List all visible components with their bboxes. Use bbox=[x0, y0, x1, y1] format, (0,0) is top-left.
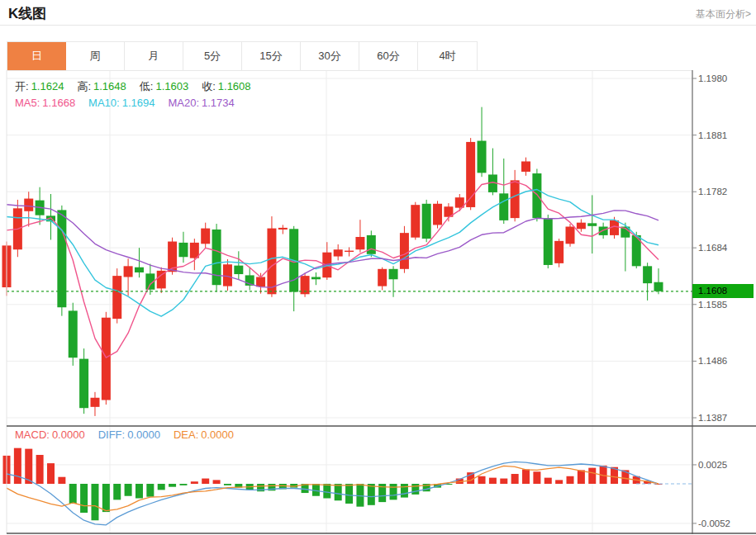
candle-down bbox=[654, 282, 663, 291]
candle-down bbox=[643, 266, 652, 283]
macd-bar-down bbox=[345, 484, 353, 504]
macd-bar-down bbox=[158, 484, 165, 490]
tab-interval-4[interactable]: 15分 bbox=[242, 42, 301, 70]
candle-down bbox=[212, 230, 221, 285]
macd-bar-down bbox=[102, 484, 110, 512]
candle-up bbox=[400, 233, 409, 269]
legend-item: MA20:1.1734 bbox=[168, 97, 234, 109]
candle-down bbox=[234, 266, 243, 274]
macd-bar-up bbox=[213, 480, 221, 484]
current-price-tag: 1.1608 bbox=[692, 284, 754, 298]
candle-down bbox=[587, 223, 597, 225]
macd-bar-down bbox=[69, 484, 77, 504]
macd-bar-up bbox=[533, 471, 540, 484]
macd-bar-up bbox=[567, 476, 574, 484]
candle-up bbox=[511, 180, 520, 218]
candle-up bbox=[554, 241, 563, 263]
tab-interval-5[interactable]: 30分 bbox=[301, 42, 359, 70]
tab-interval-0[interactable]: 日 bbox=[7, 42, 66, 70]
candle-down bbox=[178, 243, 188, 257]
macd-bar-down bbox=[80, 484, 88, 513]
page-title: K线图 bbox=[8, 4, 46, 23]
macd-bar-down bbox=[146, 484, 154, 497]
candle-up bbox=[112, 276, 121, 319]
legend-item: 收:1.1608 bbox=[202, 80, 250, 92]
candle-down bbox=[311, 277, 321, 280]
candle-up bbox=[90, 398, 99, 407]
macd-bar-down bbox=[368, 484, 375, 505]
candle-up bbox=[24, 199, 33, 211]
macd-bar-up bbox=[14, 448, 21, 484]
legend-item: 开:1.1624 bbox=[15, 80, 64, 92]
candle-up bbox=[278, 228, 288, 230]
macd-bar-down bbox=[390, 484, 397, 499]
candle-down bbox=[599, 227, 608, 235]
macd-bar-down bbox=[91, 484, 98, 520]
macd-bar-up bbox=[555, 480, 563, 484]
macd-bar-down bbox=[323, 484, 330, 499]
kline-chart-canvas[interactable] bbox=[0, 70, 756, 535]
fundamental-analysis-link[interactable]: 基本面分析> bbox=[696, 7, 751, 21]
legend-item: DIFF:0.0000 bbox=[98, 428, 160, 441]
legend-item: DEA:0.0000 bbox=[174, 428, 234, 441]
candle-down bbox=[135, 268, 144, 272]
candle-down bbox=[389, 269, 398, 279]
candle-up bbox=[256, 277, 265, 287]
candle-up bbox=[223, 264, 232, 286]
macd-bar-up bbox=[489, 478, 497, 484]
candle-up bbox=[577, 223, 586, 230]
macd-bar-up bbox=[500, 479, 507, 484]
candle-down bbox=[422, 204, 431, 239]
macd-bar-up bbox=[588, 468, 596, 484]
macd-bar-up bbox=[191, 481, 198, 484]
macd-bar-up bbox=[202, 479, 209, 484]
macd-bar-up bbox=[478, 476, 486, 484]
macd-bar-down bbox=[136, 484, 143, 499]
candle-up bbox=[102, 318, 111, 400]
macd-bar-up bbox=[58, 477, 65, 484]
candle-up bbox=[566, 227, 575, 244]
legend-item: MA10:1.1694 bbox=[88, 97, 155, 109]
tab-interval-1[interactable]: 周 bbox=[66, 42, 125, 70]
candle-up bbox=[345, 251, 354, 252]
macd-bar-down bbox=[125, 484, 132, 496]
kline-chart-area[interactable] bbox=[0, 70, 756, 535]
ma-legend: MA5:1.1668MA10:1.1694MA20:1.1734 bbox=[15, 97, 248, 109]
macd-bar-up bbox=[36, 455, 44, 484]
candle-up bbox=[267, 229, 276, 295]
macd-bar-up bbox=[47, 463, 55, 484]
macd-bar-down bbox=[113, 484, 121, 499]
macd-bar-down bbox=[224, 484, 231, 485]
legend-item: MA5:1.1668 bbox=[15, 97, 75, 109]
tab-interval-2[interactable]: 月 bbox=[125, 42, 183, 70]
tab-interval-6[interactable]: 60分 bbox=[359, 42, 418, 70]
candle-up bbox=[190, 243, 199, 258]
legend-item: 低:1.1603 bbox=[140, 80, 188, 92]
candle-down bbox=[79, 359, 88, 409]
macd-bar-up bbox=[578, 470, 585, 484]
candle-down bbox=[69, 310, 78, 357]
macd-legend: MACD:0.0000DIFF:0.0000DEA:0.0000 bbox=[15, 428, 247, 441]
tab-interval-3[interactable]: 5分 bbox=[183, 42, 242, 70]
candle-down bbox=[478, 141, 487, 173]
candle-down bbox=[532, 173, 541, 218]
candle-up bbox=[334, 249, 343, 256]
candle-up bbox=[355, 237, 364, 249]
candle-up bbox=[411, 205, 420, 238]
header-divider bbox=[0, 25, 756, 26]
tab-interval-7[interactable]: 4时 bbox=[418, 42, 477, 70]
interval-tabstrip: 日周月5分15分30分60分4时 bbox=[7, 41, 478, 71]
candle-up bbox=[521, 161, 530, 171]
candle-up bbox=[378, 269, 387, 286]
macd-bar-up bbox=[511, 474, 519, 484]
candle-down bbox=[499, 193, 508, 220]
ohlc-legend: 开:1.1624高:1.1648低:1.1603收:1.1608 bbox=[15, 79, 264, 94]
macd-bar-down bbox=[335, 484, 342, 500]
candle-down bbox=[544, 218, 553, 265]
candle-down bbox=[57, 210, 66, 307]
macd-bar-up bbox=[522, 469, 530, 484]
legend-item: MACD:0.0000 bbox=[15, 428, 85, 441]
macd-bar-down bbox=[169, 484, 176, 487]
macd-bar-down bbox=[179, 484, 187, 485]
macd-bar-up bbox=[544, 478, 552, 484]
